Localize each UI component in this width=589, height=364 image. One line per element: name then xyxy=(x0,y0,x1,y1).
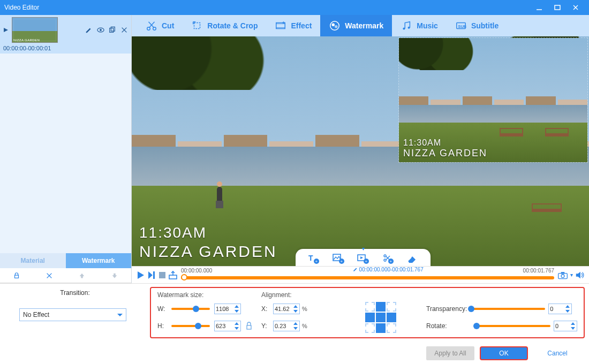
remove-clip-icon[interactable] xyxy=(120,26,128,34)
svg-marker-63 xyxy=(293,322,298,325)
height-spinner[interactable] xyxy=(214,321,241,331)
svg-rect-11 xyxy=(14,275,18,278)
svg-text:+: + xyxy=(390,259,392,264)
maximize-button[interactable] xyxy=(548,0,567,15)
music-icon xyxy=(401,20,412,32)
tab-cut[interactable]: Cut xyxy=(137,15,183,36)
edit-clip-icon[interactable] xyxy=(85,26,93,34)
svg-rect-8 xyxy=(111,27,115,31)
svg-marker-46 xyxy=(148,271,153,279)
delete-button[interactable] xyxy=(33,268,65,283)
x-spinner[interactable] xyxy=(273,304,300,314)
svg-marker-54 xyxy=(235,305,239,308)
main-watermark-text: 11:30AM NIZZA GARDEN xyxy=(139,224,277,261)
duplicate-icon[interactable] xyxy=(109,26,116,34)
video-preview[interactable]: 11:30AM NIZZA GARDEN 11:30 xyxy=(132,36,589,266)
svg-point-25 xyxy=(403,27,405,29)
svg-marker-53 xyxy=(576,271,580,278)
toolstrip-handle-icon[interactable]: ▾ xyxy=(362,246,365,252)
timeline-edit-range[interactable]: 00:00:00.000-00:00:01.767 xyxy=(353,267,424,272)
spin-up-icon[interactable] xyxy=(233,304,240,309)
ok-button[interactable]: OK xyxy=(480,346,528,360)
svg-marker-4 xyxy=(4,28,8,32)
svg-point-24 xyxy=(335,25,338,28)
stop-button[interactable] xyxy=(157,270,167,280)
svg-text:SUB: SUB xyxy=(458,24,466,29)
minimize-button[interactable] xyxy=(530,0,548,15)
snapshot-button[interactable] xyxy=(557,270,568,280)
watermark-size-header: Watermark size: xyxy=(157,291,254,299)
width-slider[interactable] xyxy=(171,308,210,310)
svg-marker-45 xyxy=(138,271,144,279)
alignment-grid[interactable] xyxy=(365,302,396,333)
svg-text:+: + xyxy=(365,259,368,264)
tab-music[interactable]: Music xyxy=(392,15,447,36)
add-text-watermark-button[interactable]: T+ xyxy=(307,252,320,265)
tab-rotate-crop[interactable]: Rotate & Crop xyxy=(183,15,266,36)
svg-point-39 xyxy=(384,255,386,257)
svg-marker-65 xyxy=(571,322,575,325)
play-button[interactable] xyxy=(136,270,146,280)
svg-rect-49 xyxy=(169,275,177,279)
transition-label: Transition: xyxy=(9,289,141,297)
lock-button[interactable] xyxy=(0,268,33,283)
svg-point-6 xyxy=(100,29,102,31)
title-bar: Video Editor xyxy=(0,0,589,15)
timeline-playhead[interactable] xyxy=(181,274,187,280)
rotate-label: Rotate: xyxy=(426,322,472,330)
apply-to-all-button[interactable]: Apply to All xyxy=(426,346,474,360)
volume-button[interactable] xyxy=(575,270,585,280)
spin-down-icon[interactable] xyxy=(233,309,240,314)
svg-text:+: + xyxy=(341,259,343,264)
tab-watermark[interactable]: Watermark xyxy=(320,15,392,36)
svg-text:+: + xyxy=(315,259,318,264)
tab-subtitle[interactable]: SUB Subtitle xyxy=(447,15,507,36)
add-image-watermark-button[interactable]: + xyxy=(332,252,345,265)
timeline-track[interactable]: 00:00:00.000 00:00:00.000-00:00:01.767 0… xyxy=(181,269,554,282)
erase-watermark-button[interactable] xyxy=(406,252,419,265)
rotate-slider[interactable] xyxy=(475,325,550,327)
svg-rect-62 xyxy=(247,325,251,329)
svg-rect-1 xyxy=(555,5,560,10)
step-button[interactable] xyxy=(147,270,156,280)
cancel-button[interactable]: Cancel xyxy=(533,346,582,360)
rotate-crop-icon xyxy=(191,20,203,32)
svg-rect-7 xyxy=(110,28,114,33)
window-title: Video Editor xyxy=(4,4,530,11)
y-spinner[interactable] xyxy=(273,321,300,331)
clip-thumbnail[interactable]: NIZZA GARDEN xyxy=(12,17,58,43)
rotate-spinner[interactable] xyxy=(554,321,577,331)
transparency-spinner[interactable] xyxy=(548,304,572,314)
svg-point-23 xyxy=(332,23,335,26)
aspect-lock-icon[interactable] xyxy=(245,321,253,331)
move-down-button[interactable] xyxy=(99,268,131,283)
svg-marker-61 xyxy=(235,327,239,330)
watermark-overlay[interactable]: 11:30AM NIZZA GARDEN xyxy=(398,37,588,163)
cut-icon xyxy=(146,20,157,32)
svg-marker-66 xyxy=(571,327,575,330)
move-up-button[interactable] xyxy=(66,268,99,283)
watermark-toolstrip: ▾ T+ + + + xyxy=(296,249,431,266)
timeline-end-time: 00:00:01.767 xyxy=(523,268,554,274)
svg-marker-59 xyxy=(565,310,570,313)
transparency-slider[interactable] xyxy=(470,308,545,310)
subtitle-icon: SUB xyxy=(455,20,467,32)
export-frame-button[interactable] xyxy=(168,270,178,280)
effect-icon xyxy=(275,20,286,32)
clip-time-range: 00:00:00-00:00:01 xyxy=(0,44,131,54)
footer-buttons: Apply to All OK Cancel xyxy=(0,343,589,364)
tab-effect[interactable]: Effect xyxy=(266,15,320,36)
close-window-button[interactable] xyxy=(567,0,585,15)
left-tab-watermark[interactable]: Watermark xyxy=(66,253,132,268)
watermark-settings-panel: Watermark size: Alignment: W: X: xyxy=(150,287,585,338)
visibility-icon[interactable] xyxy=(97,26,104,34)
left-tab-material[interactable]: Material xyxy=(0,253,66,268)
transition-select[interactable]: No Effect xyxy=(19,308,126,321)
width-spinner[interactable] xyxy=(214,304,241,314)
svg-marker-36 xyxy=(360,256,363,259)
svg-rect-47 xyxy=(153,271,155,279)
alignment-header: Alignment: xyxy=(261,291,358,299)
add-video-watermark-button[interactable]: + xyxy=(357,252,369,265)
height-slider[interactable] xyxy=(171,325,210,327)
add-shape-watermark-button[interactable]: + xyxy=(381,252,394,265)
